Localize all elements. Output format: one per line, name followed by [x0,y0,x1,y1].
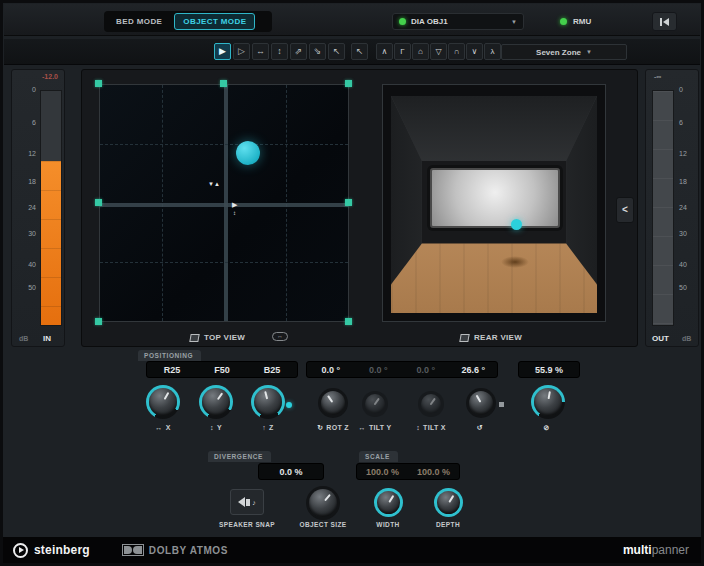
object-size-knob[interactable] [306,486,340,520]
input-peak-value: -12.0 [42,73,58,80]
input-meter-fill [41,161,61,325]
rear-view-label: REAR VIEW [474,333,522,342]
orbit-knob-indicator [499,402,504,407]
speaker-marker-side-left [95,199,102,206]
position-value-box: R25 F50 B25 [146,361,298,378]
cube-icon [459,334,469,342]
output-meter: -∞ 0 6 12 18 24 30 40 50 OUT dB [645,69,699,347]
bed-mode-button[interactable]: BED MODE [107,13,171,30]
skip-to-start-button[interactable] [652,12,677,31]
meter-tick: 50 [20,284,36,291]
tool-pointer-button[interactable]: ↖ [328,43,345,60]
pattern-corner-button[interactable]: Γ [394,43,411,60]
meter-tick: 6 [20,119,36,126]
pan-object-rear-handle[interactable] [511,219,522,230]
steinberg-logo: steinberg [13,543,90,558]
pattern-arch-button[interactable]: ∩ [448,43,465,60]
scale-width-value[interactable]: 100.0 % [357,467,408,477]
expand-horizontal-icon[interactable]: ↔ [272,332,288,341]
tool-move-vertical-button[interactable]: ↕ [271,43,288,60]
object-status-led [399,18,406,25]
meter-tick: 18 [20,178,36,185]
depth-knob[interactable] [434,488,463,517]
dolby-atmos-logo: DOLBY ATMOS [122,544,228,556]
tilt-y-value[interactable]: 0.0 ° [355,365,403,375]
orbit-knob-label: ↺ [446,424,516,432]
y-knob[interactable] [199,385,233,419]
tool-play-outline-button[interactable]: ▷ [233,43,250,60]
rot-z-knob[interactable] [318,388,348,418]
radius-knob[interactable] [531,385,565,419]
z-position-value[interactable]: B25 [247,365,297,375]
tilt-x-value[interactable]: 0.0 ° [402,365,450,375]
tool-move-horizontal-button[interactable]: ↔ [252,43,269,60]
object-select-dropdown[interactable]: DIA OBJ1 ▼ [392,13,524,30]
pattern-house-button[interactable]: ⌂ [412,43,429,60]
tilt-cursor-icon: ▼▲ [208,181,220,187]
dolby-atmos-wordmark: DOLBY ATMOS [149,545,228,556]
meter-tick: 0 [20,86,36,93]
pattern-shield-button[interactable]: ▽ [430,43,447,60]
width-knob[interactable] [374,488,403,517]
pattern-wedge-button[interactable]: ∧ [376,43,393,60]
top-view-caption: TOP VIEW [190,333,245,342]
object-mode-button[interactable]: OBJECT MODE [174,13,255,30]
steinberg-circle-icon [13,543,28,558]
product-name: multipanner [623,543,689,557]
tilt-y-knob[interactable] [362,391,388,417]
pattern-figure-button[interactable]: λ [484,43,501,60]
x-knob[interactable] [146,385,180,419]
dolby-double-d-icon [122,544,144,556]
object-select-label: DIA OBJ1 [411,17,506,26]
top-view-pan-area[interactable]: ▼▲ ▶ ↕ [99,84,349,322]
speaker-snap-icon: ♪ [252,499,256,506]
position-cursor-icon: ▶ [232,201,237,209]
tool-play-button[interactable]: ▶ [214,43,231,60]
scale-depth-value[interactable]: 100.0 % [408,467,459,477]
meter-tick: 40 [20,261,36,268]
meter-tick: 18 [679,178,687,185]
collapse-panel-button[interactable]: < [616,197,634,223]
meter-tick: 30 [20,230,36,237]
orbit-knob[interactable] [466,388,496,418]
meter-tick: 6 [679,119,683,126]
radius-value-box: 55.9 % [518,361,580,378]
rmu-label: RMU [573,17,591,26]
output-meter-label: OUT [652,334,669,343]
divergence-section-label: DIVERGENCE [208,451,271,462]
product-name-bold: multi [623,543,652,557]
input-meter-bar [40,90,62,326]
speaker-marker-front-left [95,80,102,87]
meter-tick: 40 [679,261,687,268]
orbit-icon: ↺ [476,424,482,431]
zone-select-label: Seven Zone [536,48,581,57]
zone-select-dropdown[interactable]: Seven Zone ▼ [501,44,627,60]
scale-value-box: 100.0 % 100.0 % [356,463,460,480]
speaker-snap-button[interactable]: ♪ [230,489,264,515]
tool-move-diagonal-se-button[interactable]: ⇘ [309,43,326,60]
rot-z-value[interactable]: 0.0 ° [307,365,355,375]
db-unit-label: dB [19,335,28,342]
rmu-indicator[interactable]: RMU [556,13,634,30]
z-knob[interactable] [251,385,285,419]
y-position-value[interactable]: F50 [197,365,247,375]
divergence-value[interactable]: 0.0 % [259,467,323,477]
pan-object-handle[interactable] [236,141,260,165]
product-name-light: panner [652,543,689,557]
radius-value[interactable]: 55.9 % [519,365,579,375]
z-knob-label: ↑Z [233,424,303,431]
orbit-value[interactable]: 26.6 ° [450,365,498,375]
tool-pointer-snap-button[interactable]: ↖ [351,43,368,60]
radius-icon: ⊘ [543,424,549,431]
x-position-value[interactable]: R25 [147,365,197,375]
tilt-x-knob[interactable] [418,391,444,417]
pattern-vee-button[interactable]: ∨ [466,43,483,60]
rear-view-area[interactable] [382,84,606,322]
speaker-snap-label: SPEAKER SNAP [207,521,287,528]
depth-label: DEPTH [408,521,488,528]
rotate-icon: ↻ [317,424,323,431]
skip-to-start-icon [663,18,669,26]
tool-move-diagonal-ne-button[interactable]: ⇗ [290,43,307,60]
room-screen [430,168,560,228]
grid-line [100,203,348,207]
